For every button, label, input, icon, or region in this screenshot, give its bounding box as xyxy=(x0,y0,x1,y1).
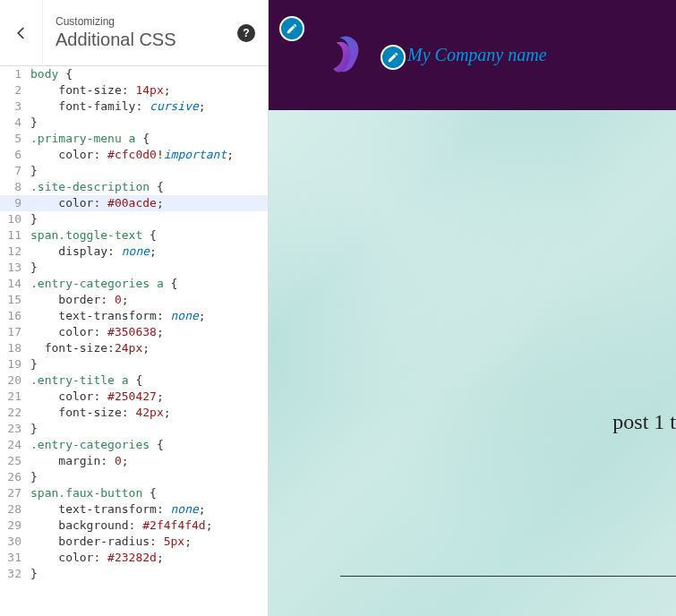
code-line[interactable]: 32} xyxy=(0,566,268,582)
code-content[interactable]: span.toggle-text { xyxy=(27,227,268,244)
line-number: 13 xyxy=(0,260,27,276)
code-line[interactable]: 19} xyxy=(0,356,268,372)
line-number: 11 xyxy=(0,227,27,244)
code-content[interactable]: display: none; xyxy=(27,244,268,260)
code-line[interactable]: 25 margin: 0; xyxy=(0,453,268,469)
code-content[interactable]: text-transform: none; xyxy=(27,501,268,518)
header-titles: Customizing Additional CSS xyxy=(43,6,237,59)
code-content[interactable]: .entry-categories { xyxy=(27,437,268,453)
code-content[interactable]: color: #00acde; xyxy=(27,195,268,211)
back-button[interactable] xyxy=(0,0,43,66)
code-line[interactable]: 31 color: #23282d; xyxy=(0,550,268,566)
code-content[interactable]: color: #250427; xyxy=(27,389,268,405)
code-line[interactable]: 11span.toggle-text { xyxy=(0,227,268,244)
line-number: 20 xyxy=(0,372,27,389)
edit-shortcut-title[interactable] xyxy=(381,45,406,70)
code-content[interactable]: } xyxy=(27,260,268,276)
line-number: 21 xyxy=(0,389,27,405)
line-number: 7 xyxy=(0,163,27,179)
code-content[interactable]: color: #350638; xyxy=(27,324,268,340)
code-content[interactable]: .entry-title a { xyxy=(27,372,268,389)
line-number: 30 xyxy=(0,534,27,550)
code-content[interactable]: } xyxy=(27,211,268,227)
line-number: 9 xyxy=(0,195,27,211)
line-number: 25 xyxy=(0,453,27,469)
code-line[interactable]: 13} xyxy=(0,260,268,276)
code-content[interactable]: } xyxy=(27,115,268,131)
code-content[interactable]: } xyxy=(27,356,268,372)
code-content[interactable]: color: #23282d; xyxy=(27,550,268,566)
code-line[interactable]: 14.entry-categories a { xyxy=(0,276,268,292)
code-line[interactable]: 10} xyxy=(0,211,268,227)
line-number: 1 xyxy=(0,66,27,82)
divider xyxy=(340,576,676,577)
code-content[interactable]: body { xyxy=(27,66,268,82)
help-button[interactable]: ? xyxy=(237,24,255,42)
line-number: 15 xyxy=(0,292,27,308)
code-line[interactable]: 15 border: 0; xyxy=(0,292,268,308)
edit-shortcut-header[interactable] xyxy=(279,16,304,41)
code-content[interactable]: } xyxy=(27,421,268,437)
code-line[interactable]: 21 color: #250427; xyxy=(0,389,268,405)
line-number: 27 xyxy=(0,485,27,501)
code-line[interactable]: 9 color: #00acde; xyxy=(0,195,268,211)
code-content[interactable]: font-size: 42px; xyxy=(27,405,268,421)
code-line[interactable]: 6 color: #cfc0d0!important; xyxy=(0,147,268,163)
code-line[interactable]: 28 text-transform: none; xyxy=(0,501,268,518)
code-content[interactable]: font-size:24px; xyxy=(27,340,268,356)
pencil-icon xyxy=(286,22,298,35)
code-line[interactable]: 29 background: #2f4f4f4d; xyxy=(0,518,268,534)
line-number: 31 xyxy=(0,550,27,566)
css-editor[interactable]: 1body {2 font-size: 14px;3 font-family: … xyxy=(0,66,268,616)
code-content[interactable]: .primary-menu a { xyxy=(27,131,268,147)
code-content[interactable]: border: 0; xyxy=(27,292,268,308)
code-line[interactable]: 1body { xyxy=(0,66,268,82)
line-number: 18 xyxy=(0,340,27,356)
code-line[interactable]: 24.entry-categories { xyxy=(0,437,268,453)
code-line[interactable]: 22 font-size: 42px; xyxy=(0,405,268,421)
line-number: 29 xyxy=(0,518,27,534)
line-number: 12 xyxy=(0,244,27,260)
code-content[interactable]: font-family: cursive; xyxy=(27,98,268,115)
code-content[interactable]: background: #2f4f4f4d; xyxy=(27,518,268,534)
code-content[interactable]: color: #cfc0d0!important; xyxy=(27,147,268,163)
code-content[interactable]: } xyxy=(27,566,268,582)
code-line[interactable]: 16 text-transform: none; xyxy=(0,308,268,324)
customizer-sidebar: Customizing Additional CSS ? 1body {2 fo… xyxy=(0,0,269,616)
code-line[interactable]: 12 display: none; xyxy=(0,244,268,260)
code-content[interactable]: text-transform: none; xyxy=(27,308,268,324)
code-content[interactable]: } xyxy=(27,163,268,179)
line-number: 6 xyxy=(0,147,27,163)
code-line[interactable]: 7} xyxy=(0,163,268,179)
line-number: 14 xyxy=(0,276,27,292)
site-title[interactable]: My Company name xyxy=(407,45,547,65)
line-number: 26 xyxy=(0,469,27,485)
line-number: 3 xyxy=(0,98,27,115)
code-content[interactable]: .site-description { xyxy=(27,179,268,195)
code-line[interactable]: 5.primary-menu a { xyxy=(0,131,268,147)
line-number: 24 xyxy=(0,437,27,453)
preview-site-header: My Company name xyxy=(269,0,676,110)
code-line[interactable]: 3 font-family: cursive; xyxy=(0,98,268,115)
code-content[interactable]: border-radius: 5px; xyxy=(27,534,268,550)
code-line[interactable]: 20.entry-title a { xyxy=(0,372,268,389)
line-number: 8 xyxy=(0,179,27,195)
site-logo[interactable] xyxy=(322,30,372,80)
line-number: 10 xyxy=(0,211,27,227)
code-line[interactable]: 27span.faux-button { xyxy=(0,485,268,501)
code-content[interactable]: .entry-categories a { xyxy=(27,276,268,292)
code-content[interactable]: font-size: 14px; xyxy=(27,82,268,98)
line-number: 4 xyxy=(0,115,27,131)
code-content[interactable]: span.faux-button { xyxy=(27,485,268,501)
code-line[interactable]: 18 font-size:24px; xyxy=(0,340,268,356)
code-line[interactable]: 2 font-size: 14px; xyxy=(0,82,268,98)
code-line[interactable]: 30 border-radius: 5px; xyxy=(0,534,268,550)
code-line[interactable]: 4} xyxy=(0,115,268,131)
code-line[interactable]: 8.site-description { xyxy=(0,179,268,195)
code-line[interactable]: 26} xyxy=(0,469,268,485)
code-line[interactable]: 17 color: #350638; xyxy=(0,324,268,340)
post-title[interactable]: post 1 t xyxy=(612,410,676,434)
code-content[interactable]: } xyxy=(27,469,268,485)
code-content[interactable]: margin: 0; xyxy=(27,453,268,469)
code-line[interactable]: 23} xyxy=(0,421,268,437)
